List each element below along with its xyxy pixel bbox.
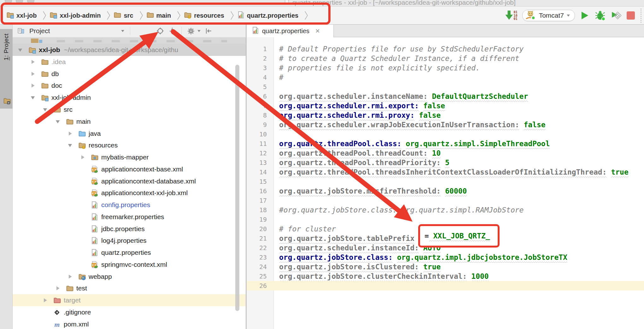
tree-item-label: .idea bbox=[51, 58, 66, 66]
run-configuration-combo[interactable]: Tomcat7 bbox=[522, 10, 575, 21]
tree-item-main[interactable]: main bbox=[13, 116, 246, 128]
line-number: 10 bbox=[247, 129, 267, 139]
run-with-coverage-button[interactable] bbox=[611, 10, 622, 21]
vcs-update-button[interactable]: 011001 bbox=[504, 10, 517, 21]
chevron-collapsed-icon[interactable] bbox=[67, 271, 73, 283]
toolbar-drag-handle[interactable] bbox=[641, 9, 641, 23]
tree-item-target[interactable]: target bbox=[13, 294, 246, 306]
tree-item-mybatis-mapper[interactable]: mybatis-mapper bbox=[13, 151, 246, 163]
line-number: 21 bbox=[247, 234, 267, 243]
tree-item-src[interactable]: src bbox=[13, 104, 246, 116]
tree-item-label: quartz.properties bbox=[101, 249, 151, 256]
code-line-23[interactable]: 23org.quartz.jobStore.class: org.quartz.… bbox=[247, 253, 644, 262]
code-line-6[interactable]: 6org.quartz.scheduler.instanceName: Defa… bbox=[247, 92, 644, 101]
code-line-18[interactable]: 18#org.quartz.jobStore.class: org.quartz… bbox=[247, 205, 644, 215]
line-number: 17 bbox=[247, 196, 267, 205]
tree-item-xxl-job-admin[interactable]: xxl-job-admin bbox=[13, 92, 246, 104]
chevron-collapsed-icon[interactable] bbox=[43, 294, 48, 306]
code-line-17[interactable]: 17 bbox=[247, 196, 644, 205]
code-line-9[interactable]: 9org.quartz.scheduler.wrapJobExecutionIn… bbox=[247, 120, 644, 129]
file-properties-icon bbox=[91, 223, 98, 235]
tree-item-path: ~/workspaces/idea-git-workspace/githu bbox=[64, 46, 178, 54]
tree-item-quartz-properties[interactable]: quartz.properties bbox=[13, 247, 246, 259]
code-line-8[interactable]: 8org.quartz.scheduler.rmi.proxy: false bbox=[247, 111, 644, 120]
code-line-5[interactable]: 5 bbox=[247, 82, 644, 92]
line-number: 2 bbox=[247, 54, 267, 63]
code-line-16[interactable]: 16org.quartz.jobStore.misfireThreshold: … bbox=[247, 186, 644, 196]
code-line-3[interactable]: 3# properties file is not explicitly spe… bbox=[247, 63, 644, 73]
tree-item-db[interactable]: db bbox=[13, 68, 246, 80]
folder-icon bbox=[66, 116, 74, 128]
run-button[interactable] bbox=[580, 11, 589, 20]
code-line-7[interactable]: 7org.quartz.scheduler.rmi.export: false bbox=[247, 101, 644, 111]
close-tab-icon[interactable]: × bbox=[315, 28, 320, 34]
code-line-14[interactable]: 14org.quartz.threadPool.threadsInheritCo… bbox=[247, 167, 644, 177]
chevron-expanded-icon[interactable] bbox=[18, 44, 23, 56]
code-line-12[interactable]: 12org.quartz.threadPool.threadCount: 10 bbox=[247, 148, 644, 158]
chevron-expanded-icon[interactable] bbox=[67, 139, 73, 151]
tree-item-doc[interactable]: doc bbox=[13, 80, 246, 92]
chevron-expanded-icon[interactable] bbox=[30, 92, 35, 104]
gear-icon[interactable] bbox=[185, 27, 197, 35]
line-number: 8 bbox=[247, 111, 267, 120]
tree-item-resources[interactable]: resources bbox=[13, 139, 246, 151]
debug-button[interactable] bbox=[594, 10, 606, 21]
line-number: 12 bbox=[247, 148, 267, 158]
code-line-2[interactable]: 2# to create a Quartz Scheduler Instance… bbox=[247, 54, 644, 63]
code-line-25[interactable]: 25org.quartz.jobStore.clusterCheckinInte… bbox=[247, 272, 644, 281]
tree-item-freemarker-properties[interactable]: freemarker.properties bbox=[13, 211, 246, 223]
tree-item-test[interactable]: test bbox=[13, 282, 246, 294]
folder-icon bbox=[66, 282, 74, 294]
line-number: 9 bbox=[247, 120, 267, 129]
code-line-11[interactable]: 11org.quartz.threadPool.class: org.quart… bbox=[247, 139, 644, 148]
chevron-collapsed-icon[interactable] bbox=[30, 80, 35, 92]
tree-item-applicationcontext-base-xml[interactable]: applicationcontext-base.xml bbox=[13, 163, 246, 175]
stop-button[interactable] bbox=[627, 11, 635, 20]
hide-panel-button[interactable] bbox=[203, 27, 215, 35]
tree-item-label: java bbox=[89, 130, 101, 137]
chevron-expanded-icon[interactable] bbox=[55, 116, 60, 128]
project-scrollbar[interactable] bbox=[235, 65, 239, 311]
collapse-all-button[interactable] bbox=[166, 27, 178, 35]
project-tool-window-tab[interactable]: 1: Project bbox=[0, 29, 13, 109]
chevron-expanded-icon[interactable] bbox=[43, 104, 48, 116]
file-spring-icon bbox=[91, 163, 98, 175]
line-number: 16 bbox=[247, 186, 267, 196]
annotation-box-table-prefix: = XXL_JOB_QRTZ_ bbox=[418, 224, 500, 248]
chevron-collapsed-icon[interactable] bbox=[55, 282, 60, 294]
tree-item-applicationcontext-xxl-job-xml[interactable]: applicationcontext-xxl-job.xml bbox=[13, 187, 246, 199]
editor[interactable]: 1# Default Properties file for use by St… bbox=[247, 37, 644, 329]
tree-item-jdbc-properties[interactable]: jdbc.properties bbox=[13, 223, 246, 235]
tree-item-xxl-job[interactable]: xxl-job~/workspaces/idea-git-workspace/g… bbox=[13, 44, 246, 56]
locate-file-button[interactable] bbox=[154, 27, 166, 35]
code-line-4[interactable]: 4# bbox=[247, 73, 644, 82]
code-line-15[interactable]: 15 bbox=[247, 177, 644, 186]
code-line-19[interactable]: 19 bbox=[247, 215, 644, 224]
tree-item-log4j-properties[interactable]: log4j.properties bbox=[13, 235, 246, 247]
tree-item-java[interactable]: java bbox=[13, 128, 246, 140]
tree-item-pom-xml[interactable]: mpom.xml bbox=[13, 318, 246, 329]
code-line-26[interactable]: 26 bbox=[247, 281, 644, 290]
gear-dropdown-icon[interactable] bbox=[197, 28, 201, 34]
project-view-dropdown[interactable] bbox=[119, 29, 127, 33]
svg-text:m: m bbox=[55, 321, 60, 328]
code-line-24[interactable]: 24org.quartz.jobStore.isClustered: true bbox=[247, 262, 644, 272]
chevron-collapsed-icon[interactable] bbox=[30, 56, 35, 68]
chevron-collapsed-icon[interactable] bbox=[67, 128, 73, 140]
tree-item-config-properties[interactable]: config.properties bbox=[13, 199, 246, 211]
annotation-value: XXL_JOB_QRTZ_ bbox=[429, 232, 490, 240]
tab-label: quartz.properties bbox=[262, 27, 309, 35]
tree-item-label: xxl-job-admin bbox=[51, 94, 91, 101]
tree-item-springmvc-context-xml[interactable]: springmvc-context.xml bbox=[13, 259, 246, 271]
tree-item-applicationcontext-database-xml[interactable]: applicationcontext-database.xml bbox=[13, 175, 246, 187]
code-line-1[interactable]: 1# Default Properties file for use by St… bbox=[247, 44, 644, 54]
chevron-collapsed-icon[interactable] bbox=[30, 68, 35, 80]
tree-item-webapp[interactable]: webapp bbox=[13, 271, 246, 283]
chevron-collapsed-icon[interactable] bbox=[80, 151, 85, 163]
tree-item-gitignore[interactable]: .gitignore bbox=[13, 306, 246, 318]
code-line-10[interactable]: 10 bbox=[247, 129, 644, 139]
code-line-13[interactable]: 13org.quartz.threadPool.threadPriority: … bbox=[247, 158, 644, 167]
tree-item-idea[interactable]: .idea bbox=[13, 56, 246, 68]
line-number: 13 bbox=[247, 158, 267, 167]
tab-quartz-properties[interactable]: quartz.properties × bbox=[247, 25, 334, 37]
